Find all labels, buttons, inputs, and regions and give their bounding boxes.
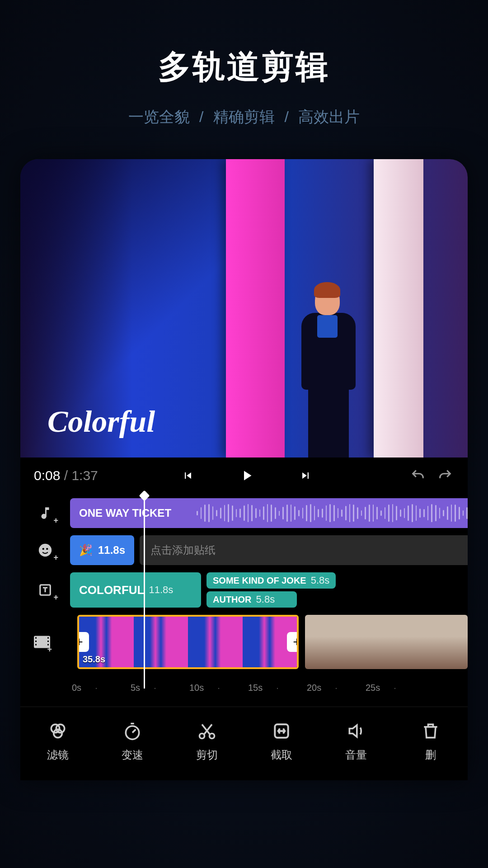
watermark-text: Colorful [47, 404, 155, 439]
waveform [197, 504, 468, 523]
svg-point-13 [53, 729, 61, 737]
add-music-icon[interactable]: + [34, 502, 56, 524]
timeline: + ONE WAY TICKET + 🎉 11.8s 点击添加贴 [20, 494, 468, 707]
svg-point-16 [209, 734, 214, 739]
subject-figure [292, 277, 365, 458]
add-sticker-icon[interactable]: + [34, 539, 56, 561]
video-preview[interactable]: Colorful [20, 159, 468, 458]
svg-rect-6 [35, 641, 37, 642]
cut-icon [196, 720, 218, 742]
volume-button[interactable]: 音量 [327, 720, 385, 762]
ruler-tick: 25s [366, 683, 411, 693]
svg-point-1 [42, 548, 44, 550]
clip-add-right[interactable]: + [287, 632, 299, 652]
ruler-tick: 10s [189, 683, 235, 693]
volume-icon [345, 720, 367, 742]
text-clip-1[interactable]: SOME KIND OF JOKE 5.8s [206, 572, 336, 589]
text-clip-2[interactable]: AUTHOR 5.8s [206, 591, 297, 608]
video-track: + 35.8s + [77, 615, 468, 669]
speed-icon [121, 720, 144, 742]
playback-time: 0:08 / 1:37 [34, 468, 98, 483]
ruler-tick: 15s [248, 683, 293, 693]
editor-panel: Colorful 0:08 / 1:37 [20, 159, 468, 780]
svg-rect-9 [47, 641, 49, 642]
add-video-icon[interactable]: + [34, 631, 50, 653]
ruler-tick: 20s [307, 683, 352, 693]
speed-button[interactable]: 变速 [103, 720, 162, 762]
filter-button[interactable]: 滤镜 [28, 720, 87, 762]
video-clip-2[interactable] [305, 615, 468, 669]
cut-button[interactable]: 剪切 [178, 720, 236, 762]
crop-icon [270, 720, 293, 742]
redo-button[interactable] [436, 467, 454, 485]
svg-point-15 [199, 734, 204, 739]
playhead[interactable] [144, 494, 145, 689]
add-text-icon[interactable]: + [34, 579, 56, 601]
add-sticker-placeholder[interactable]: 点击添加贴纸 [140, 535, 468, 565]
music-clip[interactable]: ONE WAY TICKET [70, 498, 468, 528]
prev-button[interactable] [179, 467, 197, 485]
time-ruler: 0s5s10s15s20s25s [20, 676, 468, 702]
next-button[interactable] [296, 467, 314, 485]
play-button[interactable] [238, 467, 256, 485]
svg-rect-7 [35, 644, 37, 646]
bottom-toolbar: 滤镜变速剪切截取音量删 [20, 707, 468, 780]
filter-icon [47, 720, 69, 742]
svg-point-2 [46, 548, 48, 550]
sticker-clip[interactable]: 🎉 11.8s [70, 535, 134, 565]
delete-button[interactable]: 删 [401, 720, 460, 762]
text-clip-main[interactable]: COLORFUL 11.8s [70, 572, 201, 608]
page-subtitle: 一览全貌 / 精确剪辑 / 高效出片 [126, 107, 363, 127]
page-title: 多轨道剪辑 [158, 45, 330, 89]
clip-add-left[interactable]: + [77, 632, 89, 652]
svg-rect-8 [47, 637, 49, 639]
svg-rect-5 [35, 637, 37, 639]
svg-point-0 [39, 544, 52, 557]
playback-controls: 0:08 / 1:37 [20, 458, 468, 494]
crop-button[interactable]: 截取 [252, 720, 311, 762]
video-clip-selected[interactable]: + 35.8s + [77, 615, 299, 669]
ruler-tick: 0s [72, 683, 117, 693]
undo-button[interactable] [409, 467, 427, 485]
app-screenshot: 多轨道剪辑 一览全貌 / 精确剪辑 / 高效出片 Colorful 0:08 /… [0, 0, 488, 868]
ruler-tick: 5s [131, 683, 176, 693]
svg-point-14 [126, 726, 139, 739]
delete-icon [419, 720, 442, 742]
